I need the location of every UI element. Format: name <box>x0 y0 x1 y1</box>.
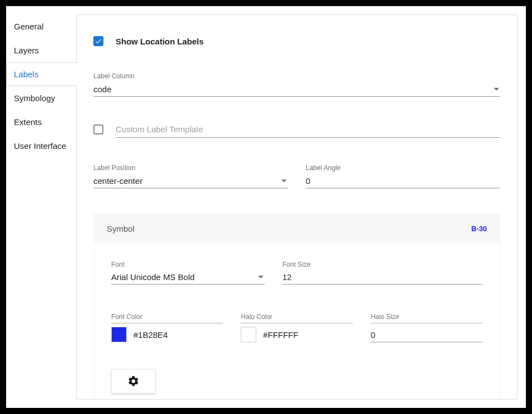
custom-template-input[interactable] <box>116 121 500 138</box>
settings-button[interactable] <box>111 369 156 393</box>
caret-down-icon <box>281 179 287 182</box>
tab-general[interactable]: General <box>7 14 76 38</box>
halo-color-swatch[interactable] <box>241 327 256 342</box>
halo-size-label: Halo Size <box>371 312 399 322</box>
font-value: Arial Unicode MS Bold <box>111 272 195 282</box>
label-position-label: Label Position <box>93 163 288 173</box>
sidebar: General Layers Labels Symbology Extents … <box>7 7 76 407</box>
halo-size-input[interactable] <box>371 327 483 342</box>
label-position-value: center-center <box>93 176 142 186</box>
settings-dialog: General Layers Labels Symbology Extents … <box>6 6 526 408</box>
halo-color-value: #FFFFFF <box>263 330 298 340</box>
label-column-value: code <box>93 84 112 94</box>
show-labels-checkbox[interactable] <box>93 36 103 46</box>
font-color-value: #1B28E4 <box>133 330 168 340</box>
symbol-title: Symbol <box>107 224 135 233</box>
tab-layers[interactable]: Layers <box>7 38 76 62</box>
label-angle-label: Label Angle <box>306 163 500 173</box>
font-color-swatch[interactable] <box>111 327 127 342</box>
tab-user-interface[interactable]: User Interface <box>7 134 76 158</box>
label-angle-input[interactable] <box>306 173 500 188</box>
show-labels-label: Show Location Labels <box>116 37 203 46</box>
tab-labels[interactable]: Labels <box>7 62 77 86</box>
gear-icon <box>127 375 140 387</box>
symbol-code: B-30 <box>471 225 487 233</box>
font-color-label: Font Color <box>111 312 142 322</box>
halo-color-label: Halo Color <box>241 312 272 322</box>
caret-down-icon <box>258 276 263 278</box>
check-icon <box>95 37 102 45</box>
tab-extents[interactable]: Extents <box>7 110 76 134</box>
font-select[interactable]: Arial Unicode MS Bold <box>111 269 265 285</box>
label-column-select[interactable]: code <box>93 81 500 97</box>
label-column-label: Label Column <box>93 72 500 81</box>
font-size-input[interactable] <box>282 269 483 285</box>
tab-symbology[interactable]: Symbology <box>7 86 76 110</box>
font-label: Font <box>111 260 265 270</box>
symbol-panel: Symbol B-30 Font Arial Unicode MS Bold F… <box>93 214 500 400</box>
main-panel: Show Location Labels Label Column code L… <box>76 14 518 400</box>
font-size-label: Font Size <box>282 260 483 270</box>
label-position-select[interactable]: center-center <box>93 173 288 188</box>
caret-down-icon <box>494 88 499 91</box>
custom-template-checkbox[interactable] <box>93 124 103 134</box>
